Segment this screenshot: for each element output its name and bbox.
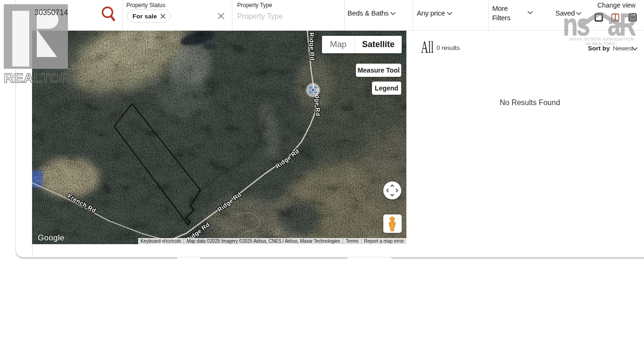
svg-text:NOVA SCOTIA ASSOCIATION: NOVA SCOTIA ASSOCIATION bbox=[570, 37, 634, 41]
svg-text:Ridge Rd: Ridge Rd bbox=[308, 33, 316, 61]
svg-text:REALTOR: REALTOR bbox=[4, 71, 71, 85]
